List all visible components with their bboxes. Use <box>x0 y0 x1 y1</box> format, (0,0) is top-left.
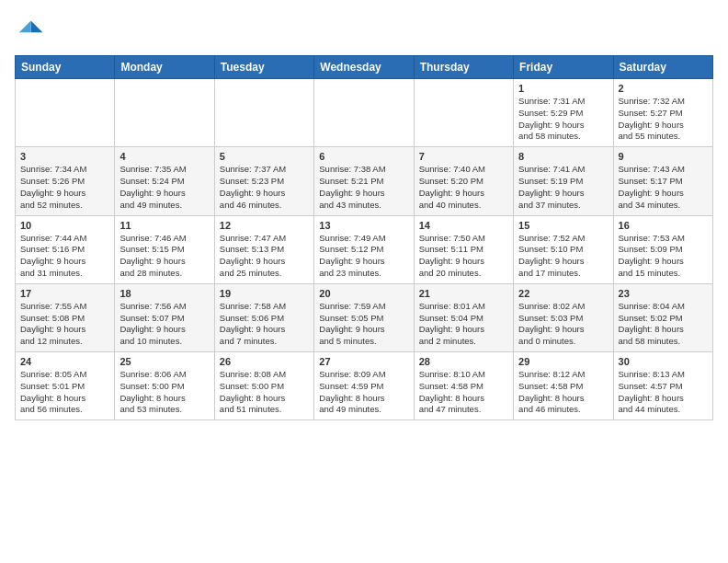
day-info: Sunrise: 7:37 AM Sunset: 5:23 PM Dayligh… <box>220 164 309 211</box>
day-info: Sunrise: 7:35 AM Sunset: 5:24 PM Dayligh… <box>119 164 209 211</box>
calendar-cell: 8Sunrise: 7:41 AM Sunset: 5:19 PM Daylig… <box>514 147 613 215</box>
day-number: 18 <box>119 288 209 299</box>
weekday-header: Sunday <box>16 56 115 79</box>
day-info: Sunrise: 7:53 AM Sunset: 5:09 PM Dayligh… <box>619 233 708 280</box>
calendar-cell: 11Sunrise: 7:46 AM Sunset: 5:15 PM Dayli… <box>115 215 214 283</box>
day-info: Sunrise: 8:08 AM Sunset: 5:00 PM Dayligh… <box>220 369 309 416</box>
day-info: Sunrise: 7:55 AM Sunset: 5:08 PM Dayligh… <box>20 301 109 348</box>
weekday-header: Monday <box>115 56 214 79</box>
day-info: Sunrise: 7:59 AM Sunset: 5:05 PM Dayligh… <box>319 301 408 348</box>
calendar-cell: 16Sunrise: 7:53 AM Sunset: 5:09 PM Dayli… <box>613 215 712 283</box>
calendar-cell: 27Sunrise: 8:09 AM Sunset: 4:59 PM Dayli… <box>314 352 414 420</box>
weekday-header: Wednesday <box>314 56 414 79</box>
calendar-cell <box>314 79 414 147</box>
calendar-cell <box>16 79 115 147</box>
day-info: Sunrise: 7:38 AM Sunset: 5:21 PM Dayligh… <box>319 164 408 211</box>
day-info: Sunrise: 8:09 AM Sunset: 4:59 PM Dayligh… <box>319 369 408 416</box>
calendar-cell: 17Sunrise: 7:55 AM Sunset: 5:08 PM Dayli… <box>16 283 115 351</box>
calendar-cell: 6Sunrise: 7:38 AM Sunset: 5:21 PM Daylig… <box>314 147 414 215</box>
day-info: Sunrise: 8:04 AM Sunset: 5:02 PM Dayligh… <box>619 301 708 348</box>
day-number: 22 <box>518 288 608 299</box>
calendar-cell: 15Sunrise: 7:52 AM Sunset: 5:10 PM Dayli… <box>514 215 613 283</box>
day-info: Sunrise: 7:56 AM Sunset: 5:07 PM Dayligh… <box>119 301 209 348</box>
day-number: 15 <box>518 220 608 231</box>
day-info: Sunrise: 8:10 AM Sunset: 4:58 PM Dayligh… <box>419 369 508 416</box>
day-number: 12 <box>220 220 309 231</box>
day-number: 3 <box>20 151 109 162</box>
day-info: Sunrise: 7:32 AM Sunset: 5:27 PM Dayligh… <box>619 96 708 143</box>
day-number: 13 <box>319 220 408 231</box>
day-info: Sunrise: 8:02 AM Sunset: 5:03 PM Dayligh… <box>518 301 608 348</box>
day-number: 21 <box>419 288 508 299</box>
day-number: 11 <box>119 220 209 231</box>
day-number: 24 <box>20 356 109 367</box>
calendar-cell: 19Sunrise: 7:58 AM Sunset: 5:06 PM Dayli… <box>214 283 313 351</box>
page-header <box>15 15 713 44</box>
day-number: 5 <box>220 151 309 162</box>
calendar-cell: 4Sunrise: 7:35 AM Sunset: 5:24 PM Daylig… <box>115 147 214 215</box>
day-info: Sunrise: 7:43 AM Sunset: 5:17 PM Dayligh… <box>619 164 708 211</box>
logo-icon <box>15 15 44 44</box>
calendar-cell: 13Sunrise: 7:49 AM Sunset: 5:12 PM Dayli… <box>314 215 414 283</box>
calendar-table: SundayMondayTuesdayWednesdayThursdayFrid… <box>15 55 713 420</box>
day-number: 17 <box>20 288 109 299</box>
day-number: 16 <box>619 220 708 231</box>
day-number: 26 <box>220 356 309 367</box>
calendar-cell <box>414 79 513 147</box>
calendar-cell: 29Sunrise: 8:12 AM Sunset: 4:58 PM Dayli… <box>514 352 613 420</box>
day-info: Sunrise: 8:13 AM Sunset: 4:57 PM Dayligh… <box>619 369 708 416</box>
day-number: 6 <box>319 151 408 162</box>
day-info: Sunrise: 7:41 AM Sunset: 5:19 PM Dayligh… <box>518 164 608 211</box>
calendar-header-row: SundayMondayTuesdayWednesdayThursdayFrid… <box>16 56 713 79</box>
calendar-cell: 24Sunrise: 8:05 AM Sunset: 5:01 PM Dayli… <box>16 352 115 420</box>
day-number: 4 <box>119 151 209 162</box>
calendar-cell: 3Sunrise: 7:34 AM Sunset: 5:26 PM Daylig… <box>16 147 115 215</box>
calendar-cell: 10Sunrise: 7:44 AM Sunset: 5:16 PM Dayli… <box>16 215 115 283</box>
calendar-cell: 22Sunrise: 8:02 AM Sunset: 5:03 PM Dayli… <box>514 283 613 351</box>
calendar-week-row: 10Sunrise: 7:44 AM Sunset: 5:16 PM Dayli… <box>16 215 713 283</box>
day-number: 20 <box>319 288 408 299</box>
day-info: Sunrise: 7:47 AM Sunset: 5:13 PM Dayligh… <box>220 233 309 280</box>
day-number: 19 <box>220 288 309 299</box>
day-info: Sunrise: 8:06 AM Sunset: 5:00 PM Dayligh… <box>119 369 209 416</box>
weekday-header: Thursday <box>414 56 513 79</box>
logo <box>15 15 48 44</box>
calendar-cell: 20Sunrise: 7:59 AM Sunset: 5:05 PM Dayli… <box>314 283 414 351</box>
calendar-cell: 7Sunrise: 7:40 AM Sunset: 5:20 PM Daylig… <box>414 147 513 215</box>
day-info: Sunrise: 7:49 AM Sunset: 5:12 PM Dayligh… <box>319 233 408 280</box>
day-number: 25 <box>119 356 209 367</box>
day-number: 8 <box>518 151 608 162</box>
day-number: 9 <box>619 151 708 162</box>
day-info: Sunrise: 8:05 AM Sunset: 5:01 PM Dayligh… <box>20 369 109 416</box>
day-number: 29 <box>518 356 608 367</box>
calendar-week-row: 17Sunrise: 7:55 AM Sunset: 5:08 PM Dayli… <box>16 283 713 351</box>
calendar-cell: 2Sunrise: 7:32 AM Sunset: 5:27 PM Daylig… <box>613 79 712 147</box>
day-info: Sunrise: 7:44 AM Sunset: 5:16 PM Dayligh… <box>20 233 109 280</box>
day-number: 10 <box>20 220 109 231</box>
calendar-cell: 25Sunrise: 8:06 AM Sunset: 5:00 PM Dayli… <box>115 352 214 420</box>
calendar-cell: 12Sunrise: 7:47 AM Sunset: 5:13 PM Dayli… <box>214 215 313 283</box>
calendar-cell: 21Sunrise: 8:01 AM Sunset: 5:04 PM Dayli… <box>414 283 513 351</box>
day-info: Sunrise: 7:46 AM Sunset: 5:15 PM Dayligh… <box>119 233 209 280</box>
calendar-cell <box>115 79 214 147</box>
day-info: Sunrise: 8:12 AM Sunset: 4:58 PM Dayligh… <box>518 369 608 416</box>
calendar-week-row: 24Sunrise: 8:05 AM Sunset: 5:01 PM Dayli… <box>16 352 713 420</box>
calendar-cell: 26Sunrise: 8:08 AM Sunset: 5:00 PM Dayli… <box>214 352 313 420</box>
weekday-header: Saturday <box>613 56 712 79</box>
day-info: Sunrise: 8:01 AM Sunset: 5:04 PM Dayligh… <box>419 301 508 348</box>
calendar-cell: 5Sunrise: 7:37 AM Sunset: 5:23 PM Daylig… <box>214 147 313 215</box>
day-info: Sunrise: 7:50 AM Sunset: 5:11 PM Dayligh… <box>419 233 508 280</box>
day-number: 1 <box>518 83 608 94</box>
day-number: 7 <box>419 151 508 162</box>
calendar-cell: 9Sunrise: 7:43 AM Sunset: 5:17 PM Daylig… <box>613 147 712 215</box>
day-number: 14 <box>419 220 508 231</box>
svg-marker-1 <box>19 20 31 32</box>
weekday-header: Friday <box>514 56 613 79</box>
calendar-cell: 23Sunrise: 8:04 AM Sunset: 5:02 PM Dayli… <box>613 283 712 351</box>
calendar-cell: 1Sunrise: 7:31 AM Sunset: 5:29 PM Daylig… <box>514 79 613 147</box>
weekday-header: Tuesday <box>214 56 313 79</box>
svg-marker-0 <box>31 20 43 32</box>
day-number: 23 <box>619 288 708 299</box>
calendar-cell: 14Sunrise: 7:50 AM Sunset: 5:11 PM Dayli… <box>414 215 513 283</box>
calendar-cell: 30Sunrise: 8:13 AM Sunset: 4:57 PM Dayli… <box>613 352 712 420</box>
